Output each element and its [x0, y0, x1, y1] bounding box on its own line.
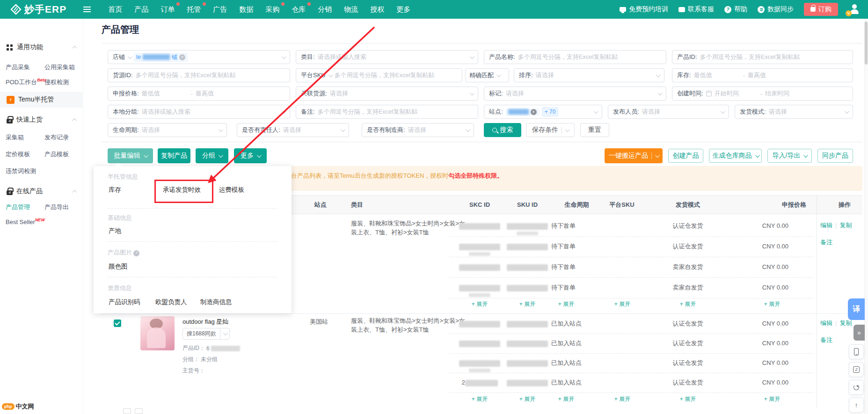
nav-help[interactable]: ? 帮助: [724, 5, 747, 14]
exact-match-select[interactable]: 精确匹配: [465, 68, 509, 82]
subscribe-button[interactable]: 订购: [804, 3, 838, 16]
sidebar-item-temu[interactable]: T Temu半托管: [0, 92, 83, 108]
scrollbar-thumb[interactable]: [865, 22, 868, 65]
nav-item[interactable]: 更多: [390, 0, 416, 19]
edit-link[interactable]: 编辑: [820, 320, 832, 327]
lifecycle-filter[interactable]: 生命周期: 请选择: [108, 123, 227, 137]
local-group-filter[interactable]: 本地分组: 请选择或输入搜索: [108, 105, 290, 119]
note-link[interactable]: 备注: [820, 238, 832, 247]
sidebar-item-public-box[interactable]: 公用采集箱: [44, 63, 75, 72]
expand-link[interactable]: + 展开: [764, 300, 780, 308]
sync-product-button[interactable]: 同步产品: [817, 149, 853, 163]
sidebar-item-product-manage[interactable]: 产品管理: [6, 203, 30, 211]
nav-item[interactable]: 分销: [312, 0, 338, 19]
menu-item-freight-template[interactable]: 运费模板: [219, 186, 244, 194]
mobile-preview-button[interactable]: [849, 344, 864, 359]
sidebar-item-product-export[interactable]: 产品导出: [44, 203, 69, 211]
menu-item-product-code[interactable]: 产品识别码: [109, 298, 140, 306]
sidebar-item-product-collect[interactable]: 产品采集: [6, 63, 30, 72]
nav-training[interactable]: 免费预约培训: [620, 5, 668, 14]
reset-button[interactable]: 重置: [580, 123, 609, 137]
nav-item[interactable]: 产品: [128, 0, 154, 19]
stock-filter[interactable]: 库存: 最低值 - 最高值: [672, 68, 853, 82]
expand-link[interactable]: + 展开: [558, 395, 574, 403]
related-source-filter[interactable]: 关联货源: 请选择: [296, 87, 478, 101]
row-checkbox[interactable]: [114, 320, 121, 327]
one-key-move-button[interactable]: 一键搬运产品: [605, 148, 663, 163]
hamburger-icon[interactable]: [83, 7, 91, 12]
mark-filter[interactable]: 标记: 请选择: [484, 87, 666, 101]
source-id-filter[interactable]: 货源ID: 多个用逗号分隔，支持Excel复制粘贴: [108, 68, 290, 82]
brand-logo[interactable]: 妙手ERP: [10, 3, 66, 16]
sidebar-section-common[interactable]: 通用功能: [7, 43, 77, 51]
expand-link[interactable]: + 展开: [472, 395, 488, 403]
nav-item[interactable]: 授权: [364, 0, 390, 19]
generate-warehouse-button[interactable]: 生成仓库商品: [709, 149, 762, 163]
back-to-top-button[interactable]: ↑: [849, 398, 864, 413]
product-id-filter[interactable]: 产品ID: 多个用逗号分隔，支持Excel复制粘贴: [672, 50, 853, 64]
copy-product-button[interactable]: 复制产品: [158, 148, 190, 163]
sidebar-item-banned-words[interactable]: 违禁词检测: [6, 167, 36, 175]
refresh-button[interactable]: [849, 380, 864, 395]
sidebar-item-price-template[interactable]: 定价模板: [6, 150, 30, 159]
expand-link[interactable]: + 展开: [519, 395, 535, 403]
menu-item-eu-responsible[interactable]: 欧盟负责人: [155, 298, 187, 306]
expand-link[interactable]: + 展开: [558, 300, 574, 308]
note-link[interactable]: 备注: [820, 336, 832, 344]
has-responsible-filter[interactable]: 是否有责任人: 请选择: [237, 123, 349, 137]
compare-button[interactable]: 2: [849, 362, 864, 377]
menu-item-stock[interactable]: 库存: [109, 186, 121, 194]
nav-item[interactable]: 数据: [233, 0, 259, 19]
nav-item[interactable]: 首页: [102, 0, 128, 19]
sidebar-section-fast-upload[interactable]: 快速上货: [7, 116, 77, 124]
product-name-filter[interactable]: 产品名称: 多个用逗号分隔，支持Excel复制粘贴: [484, 50, 666, 64]
create-product-button[interactable]: 创建产品: [668, 149, 703, 163]
batch-edit-button[interactable]: 批量编辑: [108, 148, 153, 163]
publisher-filter[interactable]: 发布人员: 请选择: [608, 105, 729, 119]
pagination-box[interactable]: [135, 408, 143, 414]
expand-link[interactable]: + 展开: [614, 395, 630, 403]
sidebar-item-infringement[interactable]: 侵权检测: [44, 78, 69, 87]
has-manufacturer-filter[interactable]: 是否有制造商: 请选择: [362, 123, 474, 137]
edit-link[interactable]: 编辑: [820, 222, 832, 229]
delivery-mode-filter[interactable]: 发货模式: 请选择: [735, 105, 853, 119]
nav-item[interactable]: 托管: [181, 0, 207, 19]
platform-sku-filter[interactable]: 平台SKU 多个用逗号分隔，支持Excel复制粘贴: [296, 68, 462, 82]
help-circle-icon[interactable]: ?: [133, 250, 139, 256]
search-1688-button[interactable]: 搜1688同款: [182, 328, 230, 340]
group-button[interactable]: 分组: [196, 148, 228, 163]
nav-item[interactable]: 订单: [154, 0, 181, 19]
more-button[interactable]: 更多: [234, 148, 267, 163]
expand-link[interactable]: + 展开: [472, 300, 488, 308]
nav-item[interactable]: 仓库: [285, 0, 312, 19]
save-condition-button[interactable]: 保存条件: [526, 123, 575, 137]
remark-filter[interactable]: 备注: 多个用逗号分隔，支持Excel复制粘贴: [296, 105, 478, 119]
declare-price-filter[interactable]: 申报价格: 最低值 - 最高值: [108, 87, 290, 101]
menu-item-color-image[interactable]: 颜色图: [109, 262, 128, 271]
site-filter[interactable]: 站点: × + 70: [484, 105, 602, 119]
expand-link[interactable]: + 展开: [764, 395, 780, 403]
collapse-button[interactable]: »: [853, 325, 865, 341]
nav-item[interactable]: 采购: [259, 0, 285, 19]
translate-button[interactable]: 译: [848, 298, 865, 320]
menu-item-promise-delivery-time[interactable]: 承诺发货时效: [163, 186, 201, 194]
copy-link[interactable]: 复制: [839, 320, 852, 327]
expand-link[interactable]: + 展开: [680, 395, 696, 403]
nav-data-sync[interactable]: ⇅ 数据同步: [758, 5, 794, 14]
sidebar-item-collect-box[interactable]: 采集箱: [6, 133, 24, 142]
create-time-filter[interactable]: 创建时间: 开始时间 - 结束时间: [672, 87, 853, 101]
expand-link[interactable]: + 展开: [614, 300, 630, 308]
pagination-box[interactable]: [123, 408, 131, 414]
tag-remove-icon[interactable]: ×: [179, 54, 185, 60]
expand-link[interactable]: + 展开: [519, 300, 535, 308]
avatar[interactable]: V: [848, 3, 861, 15]
menu-item-manufacturer-info[interactable]: 制造商信息: [200, 298, 232, 306]
shop-filter[interactable]: 店铺 te铺×: [108, 50, 290, 64]
import-export-button[interactable]: 导入/导出: [767, 149, 812, 163]
sidebar-item-best-seller[interactable]: Best SellerNEW: [6, 218, 45, 225]
copy-link[interactable]: 复制: [839, 222, 852, 229]
nav-item[interactable]: 广告: [207, 0, 233, 19]
sidebar-item-product-template[interactable]: 产品模板: [44, 150, 69, 159]
product-image[interactable]: [140, 316, 175, 350]
tag-remove-icon[interactable]: ×: [531, 109, 537, 115]
